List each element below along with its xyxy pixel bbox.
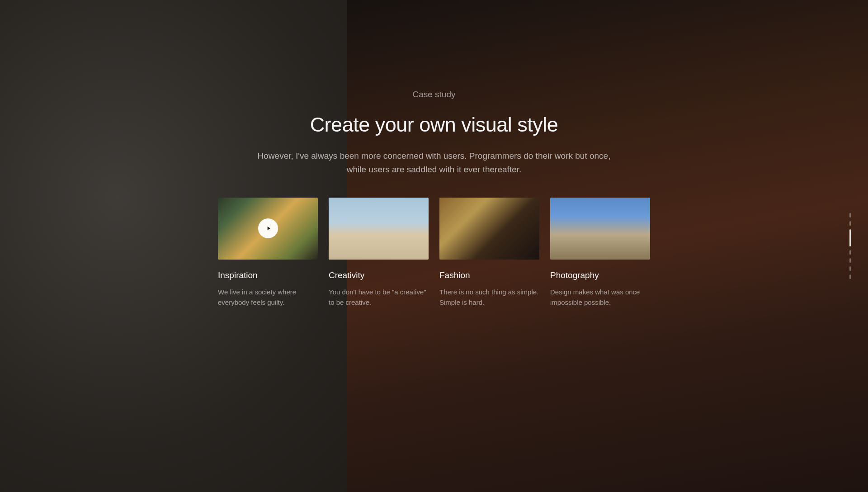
card-description: We live in a society where everybody fee… — [218, 287, 318, 308]
card-fashion: Fashion There is no such thing as simple… — [439, 198, 539, 308]
card-image-photography[interactable] — [550, 198, 650, 260]
eyebrow-text: Case study — [412, 90, 455, 99]
card-description: There is no such thing as simple. Simple… — [439, 287, 539, 308]
card-title: Inspiration — [218, 270, 318, 280]
card-inspiration: Inspiration We live in a society where e… — [218, 198, 318, 308]
scroll-dot-7[interactable] — [849, 274, 851, 279]
scroll-dot-5[interactable] — [849, 258, 851, 263]
headline-text: Create your own visual style — [310, 113, 558, 137]
card-image-inspiration[interactable] — [218, 198, 318, 260]
card-image-fashion[interactable] — [439, 198, 539, 260]
scroll-dot-2[interactable] — [849, 221, 851, 226]
play-icon — [265, 225, 272, 232]
scroll-dot-1[interactable] — [849, 213, 851, 218]
scroll-indicator — [849, 213, 851, 279]
scroll-dot-6[interactable] — [849, 266, 851, 271]
card-image-creativity[interactable] — [329, 198, 429, 260]
card-description: Design makes what was once impossible po… — [550, 287, 650, 308]
card-photography: Photography Design makes what was once i… — [550, 198, 650, 308]
card-creativity: Creativity You don't have to be "a creat… — [329, 198, 429, 308]
content-section: Case study Create your own visual style … — [0, 0, 868, 492]
scroll-dot-4[interactable] — [849, 250, 851, 255]
scroll-dot-3[interactable] — [849, 229, 851, 246]
card-title: Photography — [550, 270, 650, 280]
card-title: Fashion — [439, 270, 539, 280]
play-button[interactable] — [258, 218, 278, 238]
card-description: You don't have to be "a creative" to be … — [329, 287, 429, 308]
cards-container: Inspiration We live in a society where e… — [218, 198, 650, 308]
card-title: Creativity — [329, 270, 429, 280]
subtext: However, I've always been more concerned… — [249, 149, 619, 177]
